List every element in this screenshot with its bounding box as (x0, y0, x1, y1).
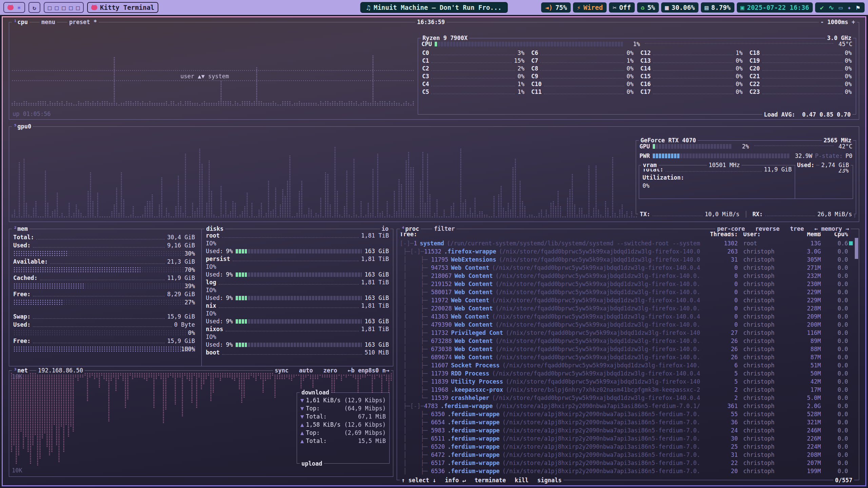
tree-branch[interactable]: │ ├─ (400, 460, 431, 466)
process-row[interactable]: │ ├─ 11972Web Content(/nix/store/fqadd0b… (400, 296, 853, 304)
nix-icon[interactable]: ✶ (17, 3, 21, 12)
process-row[interactable]: │ ├─ 219152Web Content(/nix/store/fqadd0… (400, 280, 853, 288)
tree-branch[interactable]: │ ├─ (400, 451, 431, 458)
sort-column-switcher[interactable]: ← memory → (814, 225, 849, 232)
process-row[interactable]: ├─[-]─11532.firefox-wrappe(/nix/store/fq… (400, 247, 853, 256)
display-icon[interactable]: ▭ (839, 4, 843, 11)
network-widget[interactable]: ⚡ Wired (573, 2, 607, 13)
filter-button[interactable]: filter (432, 225, 456, 232)
disk-widget[interactable]: ▤ 8.79% (701, 2, 734, 13)
process-row[interactable]: │ ├─ 6536.ferdium-wrappe(/nix/store/a1pj… (400, 467, 853, 475)
tree-branch[interactable]: │ ├─ (400, 435, 431, 442)
tree-branch[interactable]: │ ├─ (400, 305, 431, 312)
process-row[interactable]: │ ├─ 11739RDD Process(/nix/store/fqadd0b… (400, 369, 853, 378)
process-row[interactable]: │ ├─ 6654.ferdium-wrappe(/nix/store/a1pj… (400, 418, 853, 426)
tree-branch[interactable]: │ ├─ (400, 354, 431, 361)
tree-branch[interactable]: [-]─ (400, 240, 414, 247)
tree-branch[interactable]: │ ├─ (400, 289, 431, 296)
reverse-toggle[interactable]: reverse (755, 225, 780, 232)
process-row[interactable]: ├─[-]─4783.ferdium-wrappe(/nix/store/a1p… (400, 402, 853, 410)
footer-action-button[interactable]: info ↵ (445, 476, 466, 484)
tree-branch[interactable]: │ ├─ (400, 313, 431, 320)
clipboard-widget[interactable]: ✂ Off (609, 2, 635, 13)
cpu-widget[interactable]: ♻ 5% (637, 2, 659, 13)
process-row[interactable]: │ ├─ 673038Web Content(/nix/store/fqadd0… (400, 345, 853, 353)
process-row[interactable]: │ ├─ 11732Privileged Cont(/nix/store/fqa… (400, 329, 853, 337)
tree-branch[interactable]: │ ├─ (400, 272, 431, 279)
process-row[interactable]: │ ├─ 6472.ferdium-wrappe(/nix/store/a1pj… (400, 451, 853, 459)
tree-branch[interactable]: │ ├─ (400, 386, 431, 393)
process-row[interactable]: │ ├─ 6350.ferdium-wrappe(/nix/store/a1pj… (400, 410, 853, 418)
process-row[interactable]: │ ├─ 11795WebExtensions(/nix/store/fqadd… (400, 256, 853, 264)
process-row[interactable]: │ ├─ 220028Web Content(/nix/store/fqadd0… (400, 304, 853, 312)
footer-action-button[interactable]: kill (515, 476, 529, 484)
tree-branch[interactable]: │ ├─ (400, 411, 431, 418)
io-mode-button[interactable]: io (380, 225, 390, 232)
tree-branch[interactable]: │ ├─ (400, 264, 431, 271)
process-row[interactable]: │ ├─ 11607Socket Process(/nix/store/fqad… (400, 361, 853, 369)
tree-branch[interactable]: │ ├─ (400, 419, 431, 426)
process-row[interactable]: │ ├─ 5983.ferdium-wrappe(/nix/store/a1pj… (400, 426, 853, 434)
process-row[interactable]: │ ├─ 673288Web Content(/nix/store/fqadd0… (400, 337, 853, 345)
footer-action-button[interactable]: ↑ select ↓ (401, 476, 436, 484)
process-row[interactable]: │ ├─ 6520.ferdium-wrappe(/nix/store/a1pj… (400, 443, 853, 451)
window-button[interactable]: □ (69, 4, 73, 11)
tree-branch[interactable]: │ ├─ (400, 281, 431, 287)
refresh-icon[interactable]: ↻ (33, 4, 36, 11)
tree-branch[interactable]: ├─[-]─ (400, 403, 424, 409)
process-row[interactable]: [-]─1systemd(/run/current-system/systemd… (400, 239, 853, 247)
memory-widget[interactable]: ▦ 30.06% (661, 2, 698, 13)
window-button[interactable]: □ (55, 4, 59, 11)
preset-button[interactable]: preset * (67, 18, 99, 26)
window-button[interactable]: □ (62, 4, 66, 11)
tree-branch[interactable]: │ ├─ (400, 297, 431, 304)
process-row[interactable]: │ ├─ 41363Web Content(/nix/store/fqadd0b… (400, 312, 853, 321)
tree-branch[interactable]: ├─[-]─ (400, 248, 424, 255)
graph-mode-label[interactable]: user ▲▼ system (180, 73, 229, 80)
tree-branch[interactable]: │ ├─ (400, 346, 431, 352)
tree-branch[interactable]: │ ├─ (400, 468, 431, 474)
clock-widget[interactable]: ▣ 2025-07-22 16:36 (737, 2, 813, 13)
process-row[interactable]: │ ├─ 94753Web Content(/nix/store/fqadd0b… (400, 264, 853, 272)
volume-widget[interactable]: ◄) 75% (541, 2, 571, 13)
process-row[interactable]: │ ├─ 11968.keepassxc-prox(/nix/store/bsl… (400, 386, 853, 394)
tree-branch[interactable]: │ ├─ (400, 427, 431, 434)
tree-branch[interactable]: │ ├─ (400, 338, 431, 344)
tree-branch[interactable]: │ ├─ (400, 329, 431, 336)
interval-minus-button[interactable]: - (821, 19, 824, 25)
music-widget[interactable]: ♫ Minuit Machine – Don't Run Fro... (360, 2, 508, 13)
process-row[interactable]: │ ├─ 6517.ferdium-wrappe(/nix/store/a1pj… (400, 459, 853, 467)
process-row[interactable]: │ ├─ 479390Web Content(/nix/store/fqadd0… (400, 321, 853, 329)
process-row[interactable]: │ └─ 11539crashhelper(/nix/store/fqadd0b… (400, 394, 853, 402)
process-scrollbar[interactable] (855, 238, 858, 259)
window-button[interactable]: □ (48, 4, 52, 11)
tree-toggle[interactable]: tree (790, 225, 804, 232)
per-core-toggle[interactable]: per-core (717, 225, 745, 232)
process-row[interactable]: │ ├─ 11839Utility Process(/nix/store/fqa… (400, 378, 853, 386)
footer-action-button[interactable]: terminate (475, 476, 506, 484)
sparkle-icon[interactable]: ✦ (847, 4, 851, 11)
zero-button[interactable]: zero (323, 367, 337, 374)
tree-branch[interactable]: │ ├─ (400, 362, 431, 369)
tree-branch[interactable]: │ └─ (400, 394, 431, 401)
tree-branch[interactable]: │ ├─ (400, 256, 431, 263)
kitty-icon[interactable] (7, 5, 14, 10)
check-icon[interactable]: ✔ (820, 4, 824, 11)
process-row[interactable]: │ ├─ 218067Web Content(/nix/store/fqadd0… (400, 272, 853, 280)
process-row[interactable]: │ ├─ 580017Web Content(/nix/store/fqadd0… (400, 288, 853, 296)
footer-action-button[interactable]: signals (537, 476, 562, 484)
interval-plus-button[interactable]: + (852, 19, 855, 25)
window-button[interactable]: □ (76, 4, 80, 11)
tree-branch[interactable]: │ ├─ (400, 443, 431, 450)
wave-icon[interactable]: ∿ (829, 4, 834, 11)
tree-branch[interactable]: │ ├─ (400, 370, 431, 377)
bell-icon[interactable]: ⚑ (856, 4, 860, 11)
auto-button[interactable]: auto (299, 367, 313, 374)
sync-button[interactable]: sync (275, 367, 289, 374)
kitty-terminal-tab[interactable]: Kitty Terminal (87, 2, 158, 13)
process-row[interactable]: │ ├─ 6511.ferdium-wrappe(/nix/store/a1pj… (400, 434, 853, 443)
process-row[interactable]: │ ├─ 689674Web Content(/nix/store/fqadd0… (400, 353, 853, 361)
menu-button[interactable]: menu (40, 18, 57, 26)
tree-branch[interactable]: │ ├─ (400, 378, 431, 385)
interface-switcher[interactable]: ←b enp8s0 n→ (348, 367, 389, 374)
